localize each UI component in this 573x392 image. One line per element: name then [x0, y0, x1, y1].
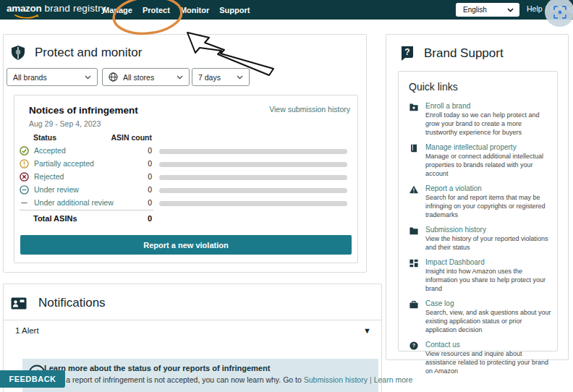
learn-more-link[interactable]: Learn more: [374, 375, 413, 384]
brand-support-title: Brand Support: [424, 46, 504, 61]
list-item: Impact Dashboard Insight into how Amazon…: [409, 258, 551, 293]
language-select[interactable]: English: [456, 3, 519, 17]
divider: [4, 320, 381, 320]
question-shield-icon: ?: [400, 46, 415, 61]
quick-link-description: Enroll today so we can help protect and …: [425, 111, 554, 137]
list-item: Submission history View the history of y…: [409, 226, 551, 252]
shield-icon: [11, 45, 25, 61]
briefcase-icon: [409, 299, 419, 309]
list-item: Report a violation Search for and report…: [409, 184, 551, 219]
nav-item-protect[interactable]: Protect: [143, 6, 170, 14]
nav-item-manage[interactable]: Manage: [103, 6, 132, 14]
quick-link-description: Search for and report items that may be …: [425, 193, 554, 219]
banner-body: When a report of infringement is not acc…: [44, 375, 412, 384]
total-asins-count: 0: [101, 214, 152, 223]
asin-count-bar: [159, 175, 347, 180]
nav-item-monitor[interactable]: Monitor: [180, 6, 209, 14]
amazon-brand-registry-logo[interactable]: amazonbrand registry: [7, 3, 106, 14]
list-item: Manage intellectual property Manage or c…: [409, 143, 551, 178]
submission-history-link[interactable]: Submission history: [304, 375, 368, 384]
table-row: Rejected 0: [14, 171, 357, 184]
list-item: Case log Search, view, and ask questions…: [409, 299, 551, 334]
protect-and-monitor-section: Protect and monitor All brands All store…: [3, 34, 367, 273]
asin-count-column-header: ASIN count: [101, 133, 152, 142]
info-banner: Learn more about the status of your repo…: [22, 359, 378, 392]
quick-link-description: View the history of your reported violat…: [425, 234, 554, 252]
notification-card-icon: [11, 297, 27, 310]
manage-intellectual-property-link[interactable]: Manage intellectual property: [425, 143, 554, 151]
notices-title: Notices of infringement: [29, 105, 269, 116]
top-navigation-bar: amazonbrand registry Manage Protect Moni…: [0, 0, 573, 20]
main-nav: Manage Protect Monitor Support: [103, 0, 250, 20]
dashboard-grid-icon: [409, 258, 419, 268]
banner-body-text: When a report of infringement is not acc…: [44, 375, 302, 384]
brands-filter-select[interactable]: All brands: [7, 68, 98, 86]
notifications-title: Notifications: [38, 296, 106, 310]
chevron-down-icon: [177, 75, 183, 80]
asin-count-bar: [159, 162, 347, 167]
view-submission-history-link[interactable]: View submission history: [269, 105, 350, 116]
amazon-smile-icon: [14, 14, 39, 19]
nav-item-support[interactable]: Support: [219, 6, 250, 14]
quick-link-description: Insight into how Amazon uses the informa…: [425, 267, 554, 293]
status-label-link[interactable]: Accepted: [34, 146, 66, 155]
submission-history-quick-link[interactable]: Submission history: [425, 226, 554, 234]
list-item: Enroll a brand Enroll today so we can he…: [409, 102, 551, 137]
impact-dashboard-link[interactable]: Impact Dashboard: [425, 258, 554, 266]
table-row: Partially accepted 0: [14, 158, 357, 171]
svg-text:?: ?: [404, 47, 409, 57]
globe-icon: [109, 72, 118, 82]
language-select-value: English: [463, 6, 507, 14]
minus-circle-icon: [20, 185, 29, 195]
asin-count-value: 0: [101, 172, 152, 181]
quick-link-description: Manage or connect additional intellectua…: [425, 152, 554, 178]
screen-capture-overlay-icon[interactable]: [545, 0, 573, 27]
banner-link-separator: |: [370, 375, 372, 384]
period-filter-value: 7 days: [198, 73, 232, 82]
quick-links-card: Quick links Enroll a brand Enroll today …: [398, 71, 558, 351]
notices-date-range: Aug 29 - Sep 4, 2023: [29, 119, 101, 128]
asin-count-value: 0: [101, 198, 152, 207]
asin-count-value: 0: [101, 146, 152, 155]
logo-brand-registry-text: brand registry: [44, 3, 106, 14]
expand-triangle-icon[interactable]: ▼: [363, 326, 371, 335]
table-row: Accepted 0: [14, 145, 357, 158]
total-divider: [20, 210, 153, 210]
warning-triangle-icon: [409, 184, 419, 194]
table-row: Under review 0: [14, 184, 357, 197]
status-column-header: Status: [33, 133, 56, 142]
feedback-button[interactable]: FEEDBACK: [0, 370, 65, 388]
total-asins-label: Total ASINs: [33, 214, 77, 223]
brands-filter-value: All brands: [13, 73, 80, 82]
period-filter-select[interactable]: 7 days: [192, 68, 250, 86]
capture-region-icon: [553, 5, 567, 20]
case-log-link[interactable]: Case log: [425, 299, 554, 307]
help-link[interactable]: Help: [527, 4, 543, 13]
question-circle-icon: ?: [409, 341, 419, 350]
brand-support-section: ? Brand Support Quick links Enroll a bra…: [386, 34, 569, 360]
folder-icon: [409, 226, 419, 235]
brand-registry-page: amazonbrand registry Manage Protect Moni…: [0, 0, 573, 392]
asin-count-bar: [159, 188, 347, 193]
quick-link-description: Search, view, and ask questions about yo…: [425, 308, 554, 334]
asin-count-value: 0: [101, 159, 152, 168]
status-label-link[interactable]: Rejected: [34, 172, 64, 181]
report-a-violation-link[interactable]: Report a violation: [425, 184, 554, 192]
contact-us-link[interactable]: Contact us: [425, 341, 554, 349]
stores-filter-select[interactable]: All stores: [102, 68, 190, 86]
status-label-link[interactable]: Partially accepted: [34, 159, 94, 168]
enroll-a-brand-link[interactable]: Enroll a brand: [425, 102, 554, 110]
book-icon: [409, 143, 419, 153]
chevron-down-icon: [237, 75, 243, 80]
alerts-expander[interactable]: 1 Alert ▼: [15, 326, 371, 335]
asin-count-bar: [159, 149, 347, 154]
report-new-violation-button[interactable]: Report a new violation: [20, 235, 352, 255]
asin-count-value: 0: [101, 185, 152, 194]
stores-filter-value: All stores: [123, 73, 171, 82]
folder-plus-icon: [409, 102, 419, 111]
dash-icon: [20, 198, 29, 208]
protect-section-title: Protect and monitor: [35, 46, 142, 60]
status-label-link[interactable]: Under review: [34, 185, 79, 194]
asin-count-bar: [159, 201, 347, 206]
alerts-summary: 1 Alert: [15, 326, 363, 335]
